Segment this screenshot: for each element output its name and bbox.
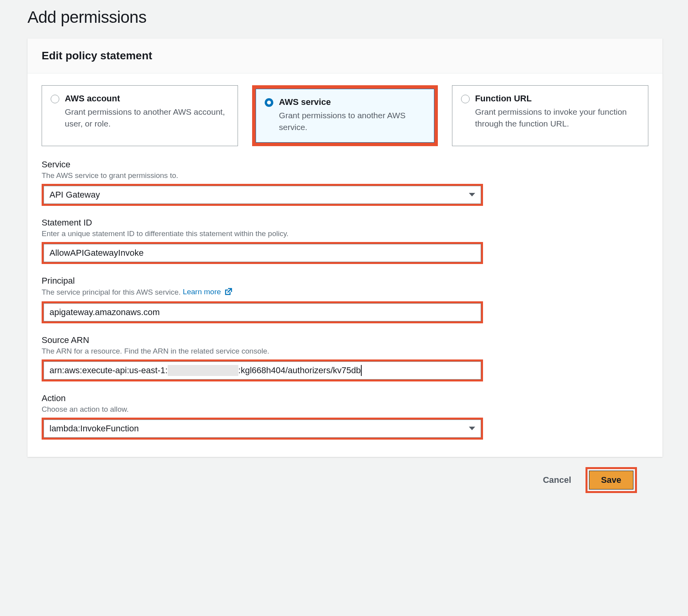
source-arn-input[interactable]: arn:aws:execute-api:us-east-1: :kgl668h4… <box>44 361 481 380</box>
action-help: Choose an action to allow. <box>42 405 648 414</box>
service-help: The AWS service to grant permissions to. <box>42 171 648 180</box>
radio-title: AWS service <box>279 97 425 107</box>
footer-actions: Cancel Save <box>27 457 662 497</box>
save-button[interactable]: Save <box>589 471 633 490</box>
learn-more-link[interactable]: Learn more <box>183 288 232 296</box>
principal-help-text: The service principal for this AWS servi… <box>42 288 181 296</box>
radio-icon <box>51 95 59 103</box>
page-title: Add permissions <box>27 8 662 27</box>
service-label: Service <box>42 160 648 170</box>
source-arn-label: Source ARN <box>42 335 648 345</box>
source-arn-help: The ARN for a resource. Find the ARN in … <box>42 347 648 356</box>
statement-id-label: Statement ID <box>42 218 648 228</box>
action-value: lambda:InvokeFunction <box>49 424 139 434</box>
redacted-account-id <box>168 365 238 376</box>
text-cursor <box>361 365 362 376</box>
radio-icon <box>265 98 273 107</box>
radio-desc: Grant permissions to invoke your functio… <box>475 106 639 130</box>
action-label: Action <box>42 393 648 403</box>
radio-function-url[interactable]: Function URL Grant permissions to invoke… <box>452 85 648 146</box>
arn-suffix: :kgl668h404/authorizers/kv75db <box>238 365 361 376</box>
statement-id-help: Enter a unique statement ID to different… <box>42 229 648 238</box>
statement-id-input[interactable] <box>44 244 481 262</box>
panel-heading: Edit policy statement <box>42 50 648 62</box>
highlight-box: Save <box>586 467 637 493</box>
principal-help: The service principal for this AWS servi… <box>42 288 648 297</box>
radio-aws-service[interactable]: AWS service Grant permissions to another… <box>256 89 434 143</box>
policy-panel: Edit policy statement AWS account Grant … <box>27 38 662 457</box>
radio-desc: Grant permissions to another AWS service… <box>279 110 425 134</box>
highlight-box: arn:aws:execute-api:us-east-1: :kgl668h4… <box>42 359 483 381</box>
panel-header: Edit policy statement <box>27 38 662 73</box>
principal-label: Principal <box>42 276 648 286</box>
action-select[interactable]: lambda:InvokeFunction <box>44 420 481 438</box>
radio-desc: Grant permissions to another AWS account… <box>65 106 229 130</box>
principal-group: Principal The service principal for this… <box>42 276 648 323</box>
principal-input[interactable] <box>44 303 481 321</box>
highlight-box <box>42 242 483 264</box>
source-arn-group: Source ARN The ARN for a resource. Find … <box>42 335 648 381</box>
cancel-button[interactable]: Cancel <box>540 471 574 489</box>
radio-title: Function URL <box>475 94 639 104</box>
caret-down-icon <box>469 427 475 430</box>
statement-id-group: Statement ID Enter a unique statement ID… <box>42 218 648 264</box>
highlight-box <box>42 301 483 323</box>
highlight-box: AWS service Grant permissions to another… <box>252 85 437 146</box>
service-group: Service The AWS service to grant permiss… <box>42 160 648 206</box>
action-group: Action Choose an action to allow. lambda… <box>42 393 648 440</box>
learn-more-text: Learn more <box>183 288 221 296</box>
arn-prefix: arn:aws:execute-api:us-east-1: <box>49 365 168 376</box>
radio-title: AWS account <box>65 94 229 104</box>
service-select[interactable]: API Gateway <box>44 186 481 204</box>
external-link-icon <box>225 288 232 297</box>
highlight-box: lambda:InvokeFunction <box>42 418 483 440</box>
radio-aws-account[interactable]: AWS account Grant permissions to another… <box>42 85 238 146</box>
caret-down-icon <box>469 193 475 196</box>
radio-icon <box>461 95 470 103</box>
highlight-box: API Gateway <box>42 184 483 206</box>
service-value: API Gateway <box>49 190 100 200</box>
policy-type-radio-group: AWS account Grant permissions to another… <box>42 85 648 146</box>
